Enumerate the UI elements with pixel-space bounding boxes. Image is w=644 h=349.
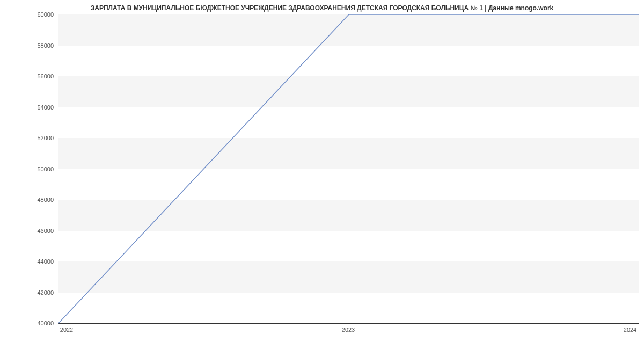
- x-tick-1: 2023: [342, 326, 355, 333]
- y-tick-9: 58000: [32, 42, 54, 49]
- y-tick-10: 60000: [32, 11, 54, 18]
- y-tick-0: 40000: [32, 320, 54, 326]
- x-tick-0: 2022: [60, 326, 73, 333]
- y-tick-1: 42000: [32, 289, 54, 296]
- data-line: [58, 14, 639, 323]
- y-tick-4: 48000: [32, 197, 54, 203]
- y-tick-8: 56000: [32, 73, 54, 79]
- y-tick-5: 50000: [32, 166, 54, 172]
- plot-area: [58, 14, 639, 324]
- y-tick-3: 46000: [32, 228, 54, 234]
- salary-chart: ЗАРПЛАТА В МУНИЦИПАЛЬНОЕ БЮДЖЕТНОЕ УЧРЕЖ…: [0, 0, 644, 349]
- y-tick-6: 52000: [32, 135, 54, 141]
- x-tick-2: 2024: [624, 326, 636, 333]
- y-tick-2: 44000: [32, 258, 54, 265]
- y-tick-7: 54000: [32, 104, 54, 111]
- chart-title: ЗАРПЛАТА В МУНИЦИПАЛЬНОЕ БЮДЖЕТНОЕ УЧРЕЖ…: [0, 4, 644, 12]
